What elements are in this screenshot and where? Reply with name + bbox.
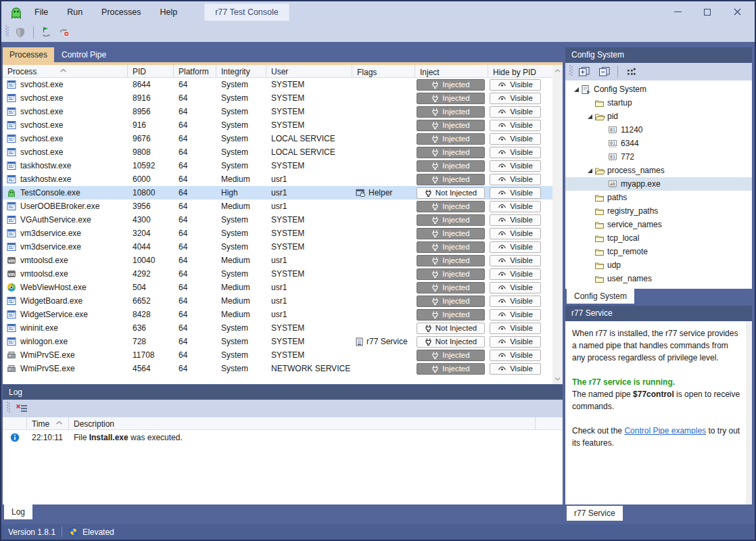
process-row[interactable]: winlogon.exe 728 64 System SYSTEM r77 Se…: [3, 335, 563, 348]
log-row[interactable]: 22:10:11 File Install.exe was executed.: [3, 430, 563, 444]
tree-item[interactable]: udp: [565, 258, 752, 272]
process-row[interactable]: svchost.exe 8956 64 System SYSTEM Inject…: [3, 105, 563, 118]
expand-all-icon[interactable]: [575, 64, 593, 80]
scroll-down-icon[interactable]: [552, 373, 563, 384]
tree-item[interactable]: 01 6344: [565, 137, 752, 150]
inject-toggle-button[interactable]: Injected: [417, 93, 485, 104]
hide-toggle-button[interactable]: Visible: [490, 174, 541, 185]
tree-item[interactable]: service_names: [565, 218, 752, 231]
process-row[interactable]: WebViewHost.exe 504 64 Medium usr1 Injec…: [3, 281, 563, 294]
log-column-time[interactable]: Time: [27, 417, 69, 429]
process-row[interactable]: svchost.exe 916 64 System SYSTEM Injecte…: [3, 118, 563, 132]
log-bottom-tab[interactable]: Log: [4, 504, 32, 519]
process-row[interactable]: WidgetBoard.exe 6652 64 Medium usr1 Inje…: [3, 294, 563, 308]
hide-toggle-button[interactable]: Visible: [490, 363, 541, 375]
install-shield-icon[interactable]: [11, 24, 29, 41]
process-row[interactable]: VGAuthService.exe 4300 64 System SYSTEM …: [3, 213, 563, 227]
tree-item[interactable]: ab myapp.exe: [565, 177, 752, 191]
tree-expander-icon[interactable]: [586, 114, 594, 120]
column-header-inject[interactable]: Inject: [415, 65, 488, 77]
hide-toggle-button[interactable]: Visible: [490, 201, 541, 212]
stop-detach-icon[interactable]: [55, 24, 73, 41]
process-row[interactable]: WmiPrvSE.exe 4564 64 System NETWORK SERV…: [3, 362, 563, 375]
hide-toggle-button[interactable]: Visible: [490, 282, 541, 293]
tab-control-pipe[interactable]: Control Pipe: [55, 47, 113, 62]
column-header-platform[interactable]: Platform: [174, 65, 216, 77]
service-bottom-tab[interactable]: r77 Service: [567, 506, 623, 521]
inject-toggle-button[interactable]: Injected: [417, 174, 485, 185]
inject-toggle-button[interactable]: Injected: [417, 282, 485, 293]
tree-item[interactable]: startup: [565, 96, 752, 110]
tree-item[interactable]: tcp_remote: [565, 245, 752, 258]
process-row[interactable]: wininit.exe 636 64 System SYSTEM Not Inj…: [3, 321, 563, 335]
tree-item[interactable]: registry_paths: [565, 204, 752, 218]
hide-toggle-button[interactable]: Visible: [490, 187, 541, 199]
inject-toggle-button[interactable]: Not Injected: [417, 323, 485, 334]
column-header-flags[interactable]: Flags: [352, 65, 415, 77]
hide-toggle-button[interactable]: Visible: [490, 214, 541, 226]
tree-expander-icon[interactable]: [572, 87, 581, 93]
process-row[interactable]: WmiPrvSE.exe 11708 64 System SYSTEM Inje…: [3, 348, 563, 362]
process-table-scrollbar[interactable]: [552, 65, 563, 384]
column-header-integrity[interactable]: Integrity: [216, 65, 266, 77]
run-inject-icon[interactable]: [38, 24, 55, 41]
inject-toggle-button[interactable]: Injected: [417, 214, 485, 226]
inject-toggle-button[interactable]: Injected: [417, 296, 485, 307]
process-row[interactable]: vm3dservice.exe 3204 64 System SYSTEM In…: [3, 227, 563, 240]
process-row[interactable]: vm3dservice.exe 4044 64 System SYSTEM In…: [3, 240, 563, 254]
show-values-icon[interactable]: [622, 64, 640, 80]
scroll-up-icon[interactable]: [552, 65, 563, 76]
tree-item[interactable]: paths: [565, 191, 752, 204]
process-row[interactable]: svchost.exe 8644 64 System SYSTEM Inject…: [3, 78, 563, 91]
inject-toggle-button[interactable]: Injected: [417, 120, 485, 131]
hide-toggle-button[interactable]: Visible: [490, 309, 541, 321]
control-pipe-examples-link[interactable]: Control Pipe examples: [624, 426, 706, 436]
hide-toggle-button[interactable]: Visible: [490, 93, 541, 104]
maximize-button[interactable]: [692, 1, 722, 22]
config-toolbar-grip[interactable]: [569, 64, 573, 79]
inject-toggle-button[interactable]: Injected: [417, 147, 485, 158]
inject-toggle-button[interactable]: Injected: [417, 268, 485, 280]
inject-toggle-button[interactable]: Not Injected: [417, 187, 485, 199]
hide-toggle-button[interactable]: Visible: [490, 120, 541, 131]
process-row[interactable]: taskhostw.exe 6000 64 Medium usr1 Inject…: [3, 172, 563, 186]
tree-expander-icon[interactable]: [586, 168, 594, 174]
inject-toggle-button[interactable]: Injected: [417, 160, 485, 172]
column-header-process[interactable]: Process: [3, 65, 128, 77]
process-row[interactable]: UserOOBEBroker.exe 3956 64 Medium usr1 I…: [3, 199, 563, 213]
hide-toggle-button[interactable]: Visible: [490, 268, 541, 280]
menu-processes[interactable]: Processes: [92, 1, 150, 22]
inject-toggle-button[interactable]: Not Injected: [417, 336, 485, 348]
process-row[interactable]: vmvmtoolsd.exe 4292 64 System SYSTEM Inj…: [3, 267, 563, 281]
tree-item[interactable]: tcp_local: [565, 231, 752, 245]
hide-toggle-button[interactable]: Visible: [490, 296, 541, 307]
log-column-icon[interactable]: [3, 417, 27, 429]
inject-toggle-button[interactable]: Injected: [417, 133, 485, 145]
menu-help[interactable]: Help: [150, 1, 187, 22]
process-row[interactable]: vmvmtoolsd.exe 10040 64 Medium usr1 Inje…: [3, 254, 563, 267]
column-header-pid[interactable]: PID: [128, 65, 174, 77]
inject-toggle-button[interactable]: Injected: [417, 363, 485, 375]
tree-item[interactable]: 01 772: [565, 150, 752, 164]
process-row[interactable]: TestConsole.exe 10800 64 High usr1 Helpe…: [3, 186, 563, 199]
config-bottom-tab[interactable]: Config System: [567, 289, 634, 304]
inject-toggle-button[interactable]: Injected: [417, 350, 485, 361]
hide-toggle-button[interactable]: Visible: [490, 133, 541, 145]
tree-item[interactable]: pid: [565, 110, 752, 123]
inject-toggle-button[interactable]: Injected: [417, 241, 485, 253]
clear-log-icon[interactable]: [13, 400, 30, 417]
hide-toggle-button[interactable]: Visible: [490, 228, 541, 239]
log-column-description[interactable]: Description: [69, 417, 536, 429]
inject-toggle-button[interactable]: Injected: [417, 309, 485, 321]
hide-toggle-button[interactable]: Visible: [490, 106, 541, 118]
hide-toggle-button[interactable]: Visible: [490, 241, 541, 253]
log-toolbar-grip[interactable]: [7, 401, 10, 416]
hide-toggle-button[interactable]: Visible: [490, 160, 541, 172]
service-panel-scrollbar[interactable]: [746, 321, 752, 504]
hide-toggle-button[interactable]: Visible: [490, 323, 541, 334]
menu-file[interactable]: File: [25, 1, 57, 22]
minimize-button[interactable]: [663, 1, 692, 22]
tree-item[interactable]: process_names: [565, 164, 752, 177]
close-button[interactable]: [722, 1, 752, 22]
inject-toggle-button[interactable]: Injected: [417, 255, 485, 266]
